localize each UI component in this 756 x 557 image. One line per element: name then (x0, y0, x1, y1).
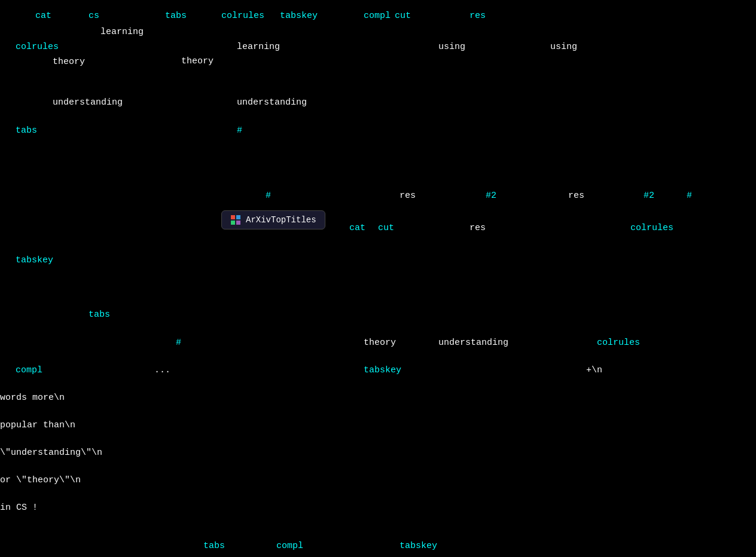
code-token-36: ... (154, 365, 170, 375)
code-token-44: tabs (203, 541, 225, 551)
arxiv-icon (230, 215, 241, 225)
code-token-31: # (176, 338, 181, 348)
code-token-43: in CS ! (0, 503, 38, 513)
code-token-22: res (568, 191, 584, 201)
main-content: catcstabscolrulestabskeycomplcutrescolru… (0, 0, 756, 557)
arxiv-tooltip[interactable]: ArXivTopTitles (221, 210, 325, 229)
code-token-18: # (237, 126, 242, 136)
code-token-34: colrules (597, 338, 640, 348)
code-token-39: words more\n (0, 393, 65, 403)
code-token-42: or \"theory\"\n (0, 475, 81, 485)
code-token-46: tabskey (400, 541, 437, 551)
code-token-37: tabskey (364, 365, 401, 375)
code-token-14: theory (181, 56, 214, 66)
code-token-6: cut (395, 11, 411, 21)
code-token-35: compl (16, 365, 42, 375)
code-token-12: using (550, 42, 577, 52)
code-token-41: \"understanding\"\n (0, 448, 102, 458)
code-token-33: understanding (438, 338, 508, 348)
code-token-21: #2 (486, 191, 496, 201)
code-token-3: colrules (221, 11, 264, 21)
code-token-27: res (470, 223, 486, 233)
svg-rect-2 (231, 221, 235, 225)
code-token-23: #2 (644, 191, 654, 201)
code-token-28: colrules (630, 223, 673, 233)
svg-rect-3 (236, 221, 240, 225)
code-token-19: # (266, 191, 271, 201)
code-token-8: colrules (16, 42, 59, 52)
code-token-32: theory (364, 338, 396, 348)
code-token-26: cut (378, 223, 394, 233)
code-token-7: res (470, 11, 486, 21)
code-token-4: tabskey (280, 11, 318, 21)
code-token-30: tabs (89, 310, 110, 320)
code-token-38: +\n (586, 365, 602, 375)
code-token-24: # (687, 191, 692, 201)
code-token-1: cs (89, 11, 99, 21)
code-token-17: tabs (16, 126, 37, 136)
tooltip-label: ArXivTopTitles (246, 215, 316, 225)
code-token-2: tabs (165, 11, 187, 21)
code-token-5: compl (364, 11, 391, 21)
code-token-9: learning (100, 27, 144, 37)
code-token-16: understanding (237, 97, 307, 108)
code-token-11: using (438, 42, 465, 52)
code-token-20: res (400, 191, 416, 201)
code-token-0: cat (35, 11, 51, 21)
code-token-45: compl (276, 541, 303, 551)
svg-rect-0 (231, 215, 235, 219)
svg-rect-1 (236, 215, 240, 219)
code-token-29: tabskey (16, 255, 53, 265)
code-token-13: theory (53, 57, 85, 67)
code-token-25: cat (349, 223, 365, 233)
code-token-40: popular than\n (0, 420, 75, 430)
code-token-10: learning (237, 42, 280, 52)
code-token-15: understanding (53, 97, 123, 108)
